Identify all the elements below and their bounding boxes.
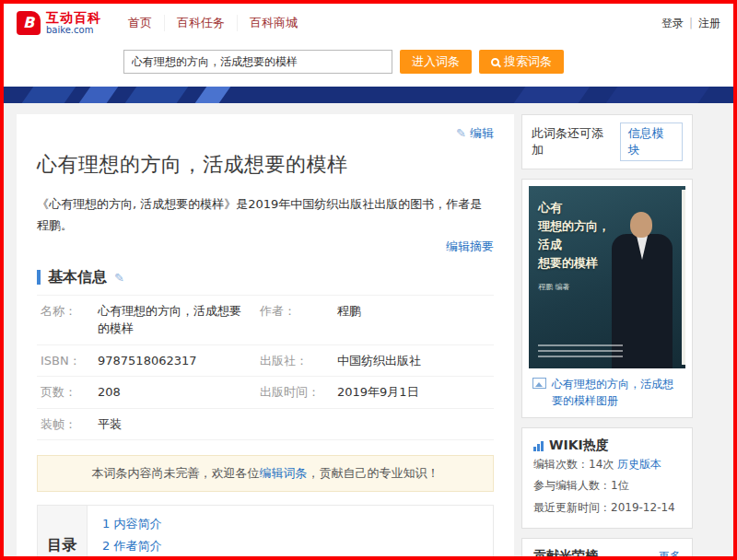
info-value: 9787518062317 [94, 344, 256, 377]
toc-item-3[interactable]: 3 目录 [102, 556, 161, 560]
decorative-banner [4, 87, 733, 103]
wiki-heat-title: WIKI热度 [549, 438, 609, 454]
edit-pencil-icon: ✎ [456, 126, 466, 140]
info-value: 2019年9月1日 [333, 377, 494, 409]
enter-entry-label: 进入词条 [412, 53, 460, 70]
table-row: ISBN： 9787518062317 出版社： 中国纺织出版社 [37, 344, 494, 377]
enter-entry-button[interactable]: 进入词条 [400, 50, 472, 74]
banner-shape [190, 87, 236, 103]
info-value: 平装 [94, 408, 256, 440]
toc-item-2[interactable]: 2 作者简介 [102, 535, 161, 556]
honor-roll-box: 贡献光荣榜 更多 创建者：thena thena 大学生 [521, 538, 693, 560]
honor-roll-title: 贡献光荣榜 [533, 548, 598, 560]
info-label: 出版社： [256, 344, 333, 377]
nav-item-mall[interactable]: 百科商城 [237, 15, 310, 31]
info-label: 装帧： [37, 408, 94, 440]
info-value: 心有理想的方向，活成想要的模样 [94, 295, 256, 344]
edit-abstract-link[interactable]: 编辑摘要 [37, 239, 494, 255]
book-cover-box: 心有 理想的方向， 活成 想要的模样 程鹏 编著 心有理想的方向，活成想要的模样… [521, 179, 693, 418]
cover-person-head [630, 212, 652, 238]
cover-decor-lines [538, 341, 623, 357]
table-row: 装帧： 平装 [37, 408, 494, 440]
auth-divider: | [689, 17, 693, 29]
edit-entry-row: ✎ 编辑 [37, 125, 494, 142]
edit-pencil-icon[interactable]: ✎ [114, 271, 124, 285]
wiki-heat-heading: WIKI热度 [533, 438, 681, 454]
cover-caption-row: 心有理想的方向，活成想要的模样图册 [529, 368, 685, 411]
banner-shape [74, 87, 123, 103]
edit-count-line: 编辑次数：14次 历史版本 [533, 454, 681, 475]
banner-shape [509, 87, 595, 103]
login-link[interactable]: 登录 [661, 16, 684, 31]
basic-info-heading: 基本信息 ✎ [37, 268, 494, 287]
basic-info-title: 基本信息 [48, 268, 107, 287]
add-module-text: 此词条还可添加 [532, 125, 613, 158]
toc-items: 1 内容简介 2 作者简介 3 目录 [88, 506, 176, 560]
search-input[interactable] [123, 50, 392, 74]
content-area: ✎ 编辑 心有理想的方向，活成想要的模样 《心有理想的方向, 活成想要的模样》是… [4, 103, 733, 560]
info-value: 程鹏 [333, 295, 494, 344]
search-entry-button[interactable]: 搜索词条 [479, 50, 564, 74]
info-module-link[interactable]: 信息模块 [620, 122, 683, 161]
info-value [333, 408, 494, 440]
heat-chart-icon [533, 441, 544, 451]
edit-entry-notice-link[interactable]: 编辑词条 [260, 466, 308, 480]
info-label: 名称： [37, 295, 94, 344]
book-cover-image[interactable]: 心有 理想的方向， 活成 想要的模样 程鹏 编著 [529, 186, 685, 368]
edit-entry-link[interactable]: 编辑 [470, 126, 494, 140]
banner-shape [120, 87, 193, 103]
info-label [256, 408, 333, 440]
cover-title: 心有 理想的方向， 活成 想要的模样 [538, 199, 610, 274]
last-updated-line: 最近更新时间：2019-12-14 [533, 497, 681, 519]
banner-shape [17, 87, 81, 103]
image-icon [532, 378, 546, 389]
top-bar: B 互动百科 baike.com 首页 百科任务 百科商城 登录 | 注册 [4, 4, 733, 42]
incomplete-entry-notice: 本词条内容尚未完善，欢迎各位编辑词条，贡献自己的专业知识！ [37, 455, 494, 492]
add-module-box: 此词条还可添加 信息模块 [521, 114, 693, 169]
album-link[interactable]: 心有理想的方向，活成想要的模样图册 [552, 376, 682, 409]
history-versions-link[interactable]: 历史版本 [617, 458, 661, 471]
site-logo[interactable]: B 互动百科 baike.com [17, 11, 101, 35]
info-value: 208 [94, 377, 256, 409]
register-link[interactable]: 注册 [698, 16, 720, 31]
search-entry-label: 搜索词条 [504, 53, 552, 70]
article-card: ✎ 编辑 心有理想的方向，活成想要的模样 《心有理想的方向, 活成想要的模样》是… [17, 114, 514, 560]
notice-text: 本词条内容尚未完善，欢迎各位 [92, 466, 260, 480]
info-label: 页数： [37, 377, 94, 409]
wiki-heat-box: WIKI热度 编辑次数：14次 历史版本 参与编辑人数：1位 最近更新时间：20… [521, 427, 693, 529]
nav-item-tasks[interactable]: 百科任务 [164, 15, 237, 31]
logo-icon: B [17, 11, 41, 35]
banner-shape [601, 87, 715, 103]
toc-item-1[interactable]: 1 内容简介 [102, 513, 161, 534]
basic-info-table: 名称： 心有理想的方向，活成想要的模样 作者： 程鹏 ISBN： 9787518… [37, 295, 494, 441]
cover-author: 程鹏 编著 [538, 282, 570, 292]
logo-text: 互动百科 baike.com [46, 11, 101, 35]
notice-text: ，贡献自己的专业知识！ [308, 466, 439, 480]
sidebar: 此词条还可添加 信息模块 心有 理想的方向， 活成 想要的模样 程鹏 编著 [521, 114, 693, 560]
info-value: 中国纺织出版社 [333, 344, 494, 377]
book-page-edge [682, 190, 685, 365]
logo-domain: baike.com [46, 25, 101, 35]
auth-links: 登录 | 注册 [661, 16, 720, 31]
table-row: 页数： 208 出版时间： 2019年9月1日 [37, 377, 494, 409]
main-nav: 首页 百科任务 百科商城 [116, 15, 310, 31]
toc-heading: 目录 [38, 506, 88, 560]
section-accent-bar [37, 270, 41, 285]
page-title: 心有理想的方向，活成想要的模样 [37, 151, 494, 179]
table-row: 名称： 心有理想的方向，活成想要的模样 作者： 程鹏 [37, 295, 494, 344]
search-bar: 进入词条 搜索词条 [4, 42, 733, 87]
more-link[interactable]: 更多 [659, 549, 681, 560]
info-label: ISBN： [37, 344, 94, 377]
table-of-contents: 目录 1 内容简介 2 作者简介 3 目录 [37, 505, 494, 560]
article-summary: 《心有理想的方向, 活成想要的模样》是2019年中国纺织出版社出版的图书，作者是… [37, 193, 494, 237]
search-icon [491, 58, 499, 66]
info-label: 出版时间： [256, 377, 333, 409]
info-label: 作者： [256, 295, 333, 344]
page: B 互动百科 baike.com 首页 百科任务 百科商城 登录 | 注册 进入… [0, 0, 737, 560]
logo-cn: 互动百科 [46, 11, 101, 25]
honor-roll-heading-row: 贡献光荣榜 更多 [533, 548, 681, 560]
editor-count-line: 参与编辑人数：1位 [533, 475, 681, 496]
nav-item-home[interactable]: 首页 [116, 15, 164, 31]
